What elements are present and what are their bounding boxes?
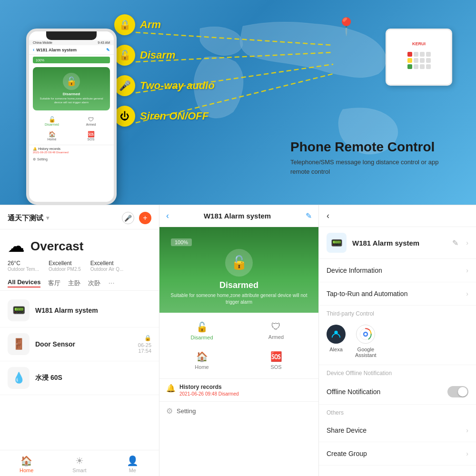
weather-temp-stat: 26°C Outdoor Tem...	[8, 260, 39, 272]
phone-history-row: 🔔 History records 2021-06-25 09:48 Disar…	[29, 145, 114, 156]
nav-me-tab[interactable]: 👤 Me	[106, 454, 159, 474]
weather-air-stat: Excellent Outdoor Air Q...	[90, 260, 123, 272]
weather-air-value: Excellent	[90, 260, 123, 267]
device-information-item[interactable]: Device Information ›	[319, 259, 476, 282]
door-thumb-icon: 🚪	[8, 333, 30, 355]
key-5	[407, 58, 412, 63]
carrier-label: China Mobile	[33, 41, 52, 44]
history-row[interactable]: 🔔 History records 2021-06-26 09:48 Disar…	[159, 379, 318, 402]
mic-icon[interactable]: 🎤	[122, 212, 134, 224]
tab-more[interactable]: ···	[108, 279, 114, 288]
weather-temp-value: 26°C	[8, 260, 39, 267]
history-date: 2021-06-26 09:48 Disarmed	[179, 391, 312, 397]
alarm-status-text: Disarmed	[219, 280, 258, 290]
bottom-panels: 通天下测试 ▾ 🎤 + ☁ Overcast 26°C Outdoor Tem.…	[0, 205, 476, 476]
weather-main: ☁ Overcast	[8, 236, 151, 256]
home-ctrl-label: Home	[195, 364, 208, 370]
tab-all-devices[interactable]: All Devices	[8, 278, 40, 288]
list-item[interactable]: 📟 W181 Alarm system	[0, 294, 159, 327]
p3-device-title-row: 📟 W181 Alarm system ✎ ›	[319, 227, 476, 259]
lock-icon: 🔒	[144, 335, 151, 341]
p3-back-button[interactable]: ‹	[327, 211, 329, 221]
phone-history-title: History records	[38, 147, 60, 150]
alarm-ctrl-armed[interactable]: 🛡 Armed	[240, 317, 312, 344]
p3-edit-icon[interactable]: ✎	[452, 238, 458, 248]
phone-status-bar: China Mobile 9:43 AM	[29, 40, 114, 45]
google-assistant-icon	[356, 325, 375, 344]
phone-edit-icon: ✎	[106, 48, 110, 52]
audio-label: Two-way audio	[140, 79, 215, 92]
list-item[interactable]: 💧 水浸 60S	[0, 361, 159, 395]
key-7	[420, 58, 425, 63]
tab-living-room[interactable]: 客厅	[48, 279, 60, 288]
device-tabs: All Devices 客厅 主卧 次卧 ···	[0, 276, 159, 291]
device-info-label: Device Information	[327, 267, 382, 274]
create-group-item[interactable]: Create Group ›	[319, 442, 476, 466]
device-info-chevron: ›	[466, 267, 468, 274]
third-party-controls: Alexa GoogleAssistant	[319, 320, 476, 365]
offline-notification-label: Offline Notification	[327, 388, 380, 396]
phone-disarmed-text: Disarmed	[63, 92, 80, 96]
google-assistant-item[interactable]: GoogleAssistant	[355, 325, 377, 358]
device-keypad	[404, 48, 435, 73]
bell-icon: 🔔	[166, 384, 176, 393]
tab-master-bedroom[interactable]: 主卧	[68, 279, 80, 288]
armed-ctrl-label: Armed	[268, 334, 284, 340]
tap-to-run-item[interactable]: Tap-to-Run and Automation ›	[319, 282, 476, 306]
p3-chevron-icon: ›	[466, 239, 468, 247]
add-icon[interactable]: +	[139, 212, 151, 224]
me-nav-icon: 👤	[127, 455, 139, 466]
share-device-chevron: ›	[466, 426, 468, 434]
sos-ctrl-label: SOS	[270, 364, 281, 370]
panel-alarm: ‹ W181 Alarm system ✎ 100% 🔓 Disarmed Su…	[159, 205, 319, 476]
p3-device-thumb: 📟	[327, 233, 347, 253]
location-pin: 📍	[336, 17, 357, 37]
tap-to-run-label: Tap-to-Run and Automation	[327, 290, 407, 298]
offline-toggle[interactable]	[447, 386, 468, 397]
phone-nav-grid: 🔓 Disarmed 🛡 Armed 🏠 Home 🆘 SOS	[29, 112, 114, 145]
key-10	[414, 64, 418, 69]
weather-air-label: Outdoor Air Q...	[90, 267, 123, 272]
nav-armed-icon: 🛡	[88, 116, 94, 123]
alexa-icon	[327, 325, 346, 344]
alarm-thumb-icon: 📟	[8, 299, 30, 321]
weather-temp-label: Outdoor Tem...	[8, 267, 39, 272]
nav-home-tab[interactable]: 🏠 Home	[0, 454, 53, 474]
door-sensor-time: 🔒 06-2517:54	[138, 335, 151, 354]
alarm-ctrl-sos[interactable]: 🆘 SOS	[240, 347, 312, 374]
weather-pm-label: Outdoor PM2.5	[49, 267, 81, 272]
history-title: History records	[179, 384, 312, 390]
phone-sub-text: Suitable for someone home,zone attribute…	[36, 97, 107, 105]
phone-history-date: 2021-06-25 09:48 Disarmed	[33, 151, 110, 154]
remote-control-text: Phone Remote Control Telephone/SMS messa…	[290, 140, 452, 176]
phone-nav-sos: 🆘 SOS	[72, 129, 110, 143]
phone-nav-disarmed: 🔓 Disarmed	[33, 114, 71, 128]
chevron-down-icon: ▾	[46, 215, 49, 221]
key-3	[420, 52, 425, 57]
offline-section-label: Device Offline Notification	[319, 365, 476, 379]
phone-setting-row: ⚙ Setting	[29, 156, 114, 163]
setting-row[interactable]: ⚙ Setting	[159, 402, 318, 420]
p2-back-button[interactable]: ‹	[166, 211, 169, 221]
door-info: Door Sensor	[35, 340, 132, 348]
feature-siren: ⏻ Siren ON/OFF	[114, 106, 215, 127]
share-device-item[interactable]: Share Device ›	[319, 419, 476, 442]
p2-edit-icon[interactable]: ✎	[306, 211, 312, 220]
list-item[interactable]: 🚪 Door Sensor 🔒 06-2517:54	[0, 327, 159, 361]
disarmed-ctrl-icon: 🔓	[196, 321, 208, 333]
disarm-label: Disarm	[140, 49, 176, 61]
key-6	[414, 58, 418, 63]
p1-title: 通天下测试	[8, 214, 43, 223]
weather-pm-value: Excellent	[49, 260, 81, 267]
me-nav-label: Me	[129, 467, 136, 473]
alarm-ctrl-home[interactable]: 🏠 Home	[166, 347, 238, 374]
p1-title-area[interactable]: 通天下测试 ▾	[8, 214, 49, 223]
alexa-item[interactable]: Alexa	[327, 325, 346, 358]
nav-smart-tab[interactable]: ☀ Smart	[53, 454, 106, 474]
phone-title: W181 Alarm system	[36, 48, 77, 52]
create-group-label: Create Group	[327, 450, 367, 457]
alarm-ctrl-disarmed[interactable]: 🔓 Disarmed	[166, 317, 238, 344]
siren-circle: ⏻	[114, 106, 135, 127]
banner-phone: China Mobile 9:43 AM ‹ W181 Alarm system…	[26, 29, 117, 205]
tab-second-bedroom[interactable]: 次卧	[88, 279, 100, 288]
